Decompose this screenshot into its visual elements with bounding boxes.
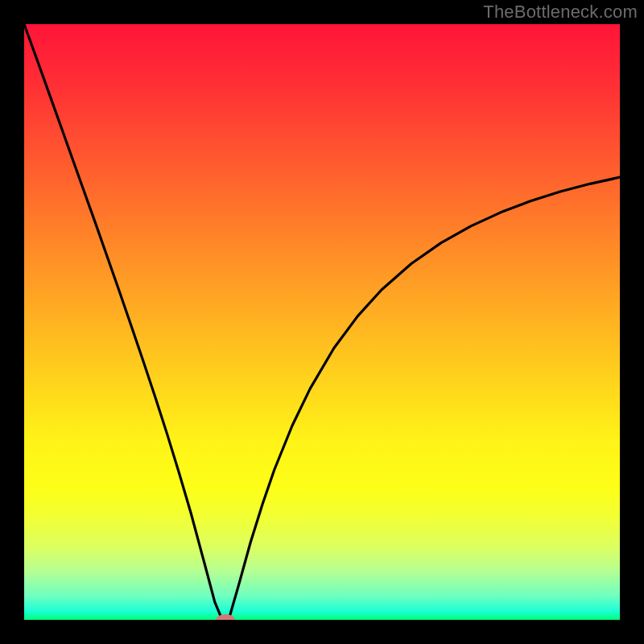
chart-container	[24, 24, 620, 620]
watermark-text: TheBottleneck.com	[483, 2, 638, 23]
gradient-background	[24, 24, 620, 620]
bottleneck-chart	[24, 24, 620, 620]
